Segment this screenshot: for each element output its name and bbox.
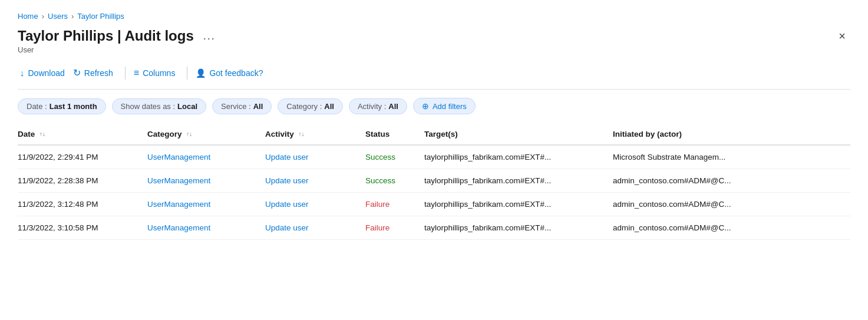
filter-pill-category[interactable]: Category : All [278, 98, 343, 114]
cell-status-1: Success [365, 169, 424, 193]
filter-pill-service[interactable]: Service : All [212, 98, 272, 114]
cell-targets-3: taylorphillips_fabrikam.com#EXT#... [424, 216, 613, 240]
cell-targets-0: taylorphillips_fabrikam.com#EXT#... [424, 145, 613, 169]
add-filters-label: Add filters [433, 102, 467, 111]
page-header: Taylor Phillips | Audit logs ... User × [18, 28, 850, 54]
filter-pill-activity[interactable]: Activity : All [349, 98, 407, 114]
sort-icon-date[interactable]: ↑↓ [39, 131, 45, 137]
cell-date-0: 11/9/2022, 2:29:41 PM [18, 145, 147, 169]
cell-status-0: Success [365, 145, 424, 169]
breadcrumb-sep-1: › [42, 12, 44, 21]
col-category-label: Category [147, 130, 182, 138]
page-title: Taylor Phillips | Audit logs ... [18, 28, 219, 44]
columns-icon [134, 68, 139, 78]
feedback-icon [196, 68, 206, 78]
filter-pill-show-dates-as[interactable]: Show dates as : Local [112, 98, 206, 114]
breadcrumb-taylor-phillips[interactable]: Taylor Phillips [77, 12, 124, 21]
cell-initiator-0: Microsoft Substrate Managem... [613, 145, 850, 169]
cell-category-2[interactable]: UserManagement [147, 193, 265, 216]
columns-label: Columns [143, 68, 175, 78]
refresh-label: Refresh [84, 68, 113, 78]
breadcrumb-users[interactable]: Users [48, 12, 68, 21]
close-button[interactable]: × [834, 28, 850, 44]
col-header-category[interactable]: Category ↑↓ [147, 124, 265, 145]
col-targets-label: Target(s) [424, 130, 458, 138]
download-label: Download [28, 68, 65, 78]
feedback-button[interactable]: Got feedback? [193, 66, 269, 80]
col-header-targets: Target(s) [424, 124, 613, 145]
table-body: 11/9/2022, 2:29:41 PM UserManagement Upd… [18, 145, 850, 240]
table-row[interactable]: 11/9/2022, 2:29:41 PM UserManagement Upd… [18, 145, 850, 169]
more-options-icon[interactable]: ... [200, 29, 219, 44]
col-header-date[interactable]: Date ↑↓ [18, 124, 147, 145]
table-row[interactable]: 11/3/2022, 3:12:48 PM UserManagement Upd… [18, 193, 850, 216]
table-header-row: Date ↑↓ Category ↑↓ Activity ↑↓ Status T… [18, 124, 850, 145]
cell-targets-2: taylorphillips_fabrikam.com#EXT#... [424, 193, 613, 216]
cell-status-3: Failure [365, 216, 424, 240]
toolbar-separator-2 [187, 67, 187, 80]
breadcrumb-sep-2: › [71, 12, 74, 21]
refresh-icon [73, 67, 81, 78]
toolbar-separator-1 [125, 67, 126, 80]
col-activity-label: Activity [265, 130, 294, 138]
cell-initiator-3: admin_contoso.com#ADM#@C... [613, 216, 850, 240]
sort-icon-category[interactable]: ↑↓ [186, 131, 192, 137]
cell-category-1[interactable]: UserManagement [147, 169, 265, 193]
filter-pill-date[interactable]: Date : Last 1 month [18, 98, 106, 114]
col-initiator-label: Initiated by (actor) [613, 130, 682, 138]
cell-date-2: 11/3/2022, 3:12:48 PM [18, 193, 147, 216]
col-header-activity[interactable]: Activity ↑↓ [265, 124, 365, 145]
filters-row: Date : Last 1 monthShow dates as : Local… [18, 90, 850, 120]
breadcrumb: Home › Users › Taylor Phillips [18, 12, 850, 21]
col-header-status: Status [365, 124, 424, 145]
col-status-label: Status [365, 130, 390, 138]
cell-status-2: Failure [365, 193, 424, 216]
col-date-label: Date [18, 130, 35, 138]
audit-table: Date ↑↓ Category ↑↓ Activity ↑↓ Status T… [18, 124, 850, 240]
add-filters-button[interactable]: ⊕ Add filters [413, 98, 476, 114]
cell-date-1: 11/9/2022, 2:28:38 PM [18, 169, 147, 193]
page-heading: Taylor Phillips | Audit logs [18, 28, 194, 44]
download-button[interactable]: Download [18, 65, 71, 80]
breadcrumb-home[interactable]: Home [18, 12, 38, 21]
page-title-block: Taylor Phillips | Audit logs ... User [18, 28, 219, 54]
col-header-initiator: Initiated by (actor) [613, 124, 850, 145]
cell-category-3[interactable]: UserManagement [147, 216, 265, 240]
table-row[interactable]: 11/9/2022, 2:28:38 PM UserManagement Upd… [18, 169, 850, 193]
sort-icon-activity[interactable]: ↑↓ [299, 131, 305, 137]
cell-activity-3[interactable]: Update user [265, 216, 365, 240]
toolbar: Download Refresh Columns Got feedback? [18, 65, 850, 90]
cell-initiator-1: admin_contoso.com#ADM#@C... [613, 169, 850, 193]
cell-category-0[interactable]: UserManagement [147, 145, 265, 169]
page-subtitle: User [18, 45, 219, 54]
refresh-button[interactable]: Refresh [71, 65, 119, 81]
cell-activity-1[interactable]: Update user [265, 169, 365, 193]
columns-button[interactable]: Columns [131, 65, 181, 81]
table-row[interactable]: 11/3/2022, 3:10:58 PM UserManagement Upd… [18, 216, 850, 240]
filter-pills-container: Date : Last 1 monthShow dates as : Local… [18, 98, 407, 114]
cell-initiator-2: admin_contoso.com#ADM#@C... [613, 193, 850, 216]
cell-date-3: 11/3/2022, 3:10:58 PM [18, 216, 147, 240]
download-icon [20, 68, 25, 78]
add-filters-icon: ⊕ [422, 101, 429, 111]
feedback-label: Got feedback? [209, 68, 263, 78]
cell-activity-0[interactable]: Update user [265, 145, 365, 169]
cell-activity-2[interactable]: Update user [265, 193, 365, 216]
cell-targets-1: taylorphillips_fabrikam.com#EXT#... [424, 169, 613, 193]
